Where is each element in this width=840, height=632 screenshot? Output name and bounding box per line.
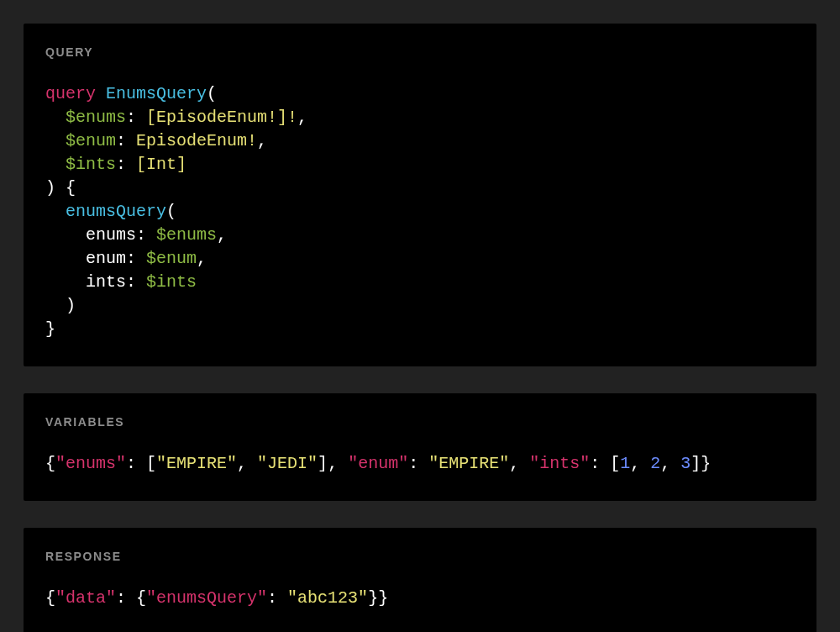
type-ints: [Int]: [136, 155, 186, 174]
variables-code-block: {"enums": ["EMPIRE", "JEDI"], "enum": "E…: [45, 452, 795, 476]
arg-enum-label: enum: [86, 249, 126, 268]
json-rbracket: ]: [690, 454, 701, 473]
lbrace: {: [66, 178, 76, 198]
query-name: EnumsQuery: [106, 84, 207, 103]
colon: :: [116, 155, 136, 174]
colon: :: [116, 131, 136, 150]
json-comma: ,: [660, 454, 680, 473]
json-val-abc123: "abc123": [287, 588, 368, 608]
json-rbrace: }: [701, 454, 711, 473]
keyword-query: query: [45, 84, 96, 103]
json-colon: :: [408, 454, 428, 473]
variables-panel: VARIABLES {"enums": ["EMPIRE", "JEDI"], …: [24, 393, 816, 501]
lparen: (: [166, 202, 176, 221]
colon: :: [136, 225, 156, 245]
page: QUERY query EnumsQuery( $enums: [Episode…: [0, 0, 840, 632]
json-comma: ,: [630, 454, 650, 473]
rparen: ): [45, 178, 55, 198]
response-panel: RESPONSE {"data": {"enumsQuery": "abc123…: [24, 528, 816, 632]
json-val-jedi: "JEDI": [257, 454, 318, 473]
variables-panel-title: VARIABLES: [45, 415, 795, 429]
json-key-enum: "enum": [348, 454, 408, 473]
comma: ,: [217, 225, 227, 245]
json-comma: ,: [237, 454, 257, 473]
arg-ints-var: $ints: [146, 272, 197, 292]
json-key-field: "enumsQuery": [146, 588, 267, 608]
var-ints: $ints: [66, 155, 116, 174]
arg-enums-label: enums: [86, 225, 136, 245]
response-code-block: {"data": {"enumsQuery": "abc123"}}: [45, 587, 795, 610]
json-comma: ,: [328, 454, 348, 473]
json-lbrace: {: [136, 588, 146, 608]
json-colon: :: [590, 454, 610, 473]
lparen: (: [207, 84, 217, 103]
query-panel-title: QUERY: [45, 45, 795, 59]
json-val-empire: "EMPIRE": [156, 454, 237, 473]
query-panel: QUERY query EnumsQuery( $enums: [Episode…: [24, 24, 816, 366]
comma: ,: [197, 249, 207, 268]
var-enums: $enums: [66, 108, 126, 127]
colon: :: [126, 249, 146, 268]
rparen: ): [66, 296, 76, 315]
colon: :: [126, 272, 146, 292]
json-rbrace: }: [368, 588, 378, 608]
json-val-enum: "EMPIRE": [428, 454, 509, 473]
json-comma: ,: [509, 454, 529, 473]
json-key-data: "data": [55, 588, 116, 608]
type-enum: EpisodeEnum!: [136, 131, 257, 150]
json-num-3: 3: [680, 454, 690, 473]
arg-ints-label: ints: [86, 272, 126, 292]
json-lbrace: {: [45, 454, 55, 473]
json-key-ints: "ints": [529, 454, 590, 473]
json-lbracket: [: [146, 454, 156, 473]
var-enum: $enum: [66, 131, 116, 150]
json-lbrace: {: [45, 588, 55, 608]
json-lbracket: [: [610, 454, 620, 473]
json-colon: :: [116, 588, 136, 608]
json-rbrace: }: [378, 588, 388, 608]
json-num-1: 1: [620, 454, 630, 473]
colon: :: [126, 108, 146, 127]
type-enums: [EpisodeEnum!]!: [146, 108, 297, 127]
json-key-enums: "enums": [55, 454, 126, 473]
comma: ,: [257, 131, 267, 150]
query-code-block: query EnumsQuery( $enums: [EpisodeEnum!]…: [45, 82, 795, 341]
response-panel-title: RESPONSE: [45, 550, 795, 563]
json-rbracket: ]: [318, 454, 328, 473]
arg-enum-var: $enum: [146, 249, 197, 268]
rbrace: }: [45, 319, 55, 339]
comma: ,: [297, 108, 307, 127]
arg-enums-var: $enums: [156, 225, 217, 245]
json-colon: :: [267, 588, 287, 608]
json-colon: :: [126, 454, 146, 473]
json-num-2: 2: [650, 454, 660, 473]
field-enumsquery: enumsQuery: [66, 202, 166, 221]
